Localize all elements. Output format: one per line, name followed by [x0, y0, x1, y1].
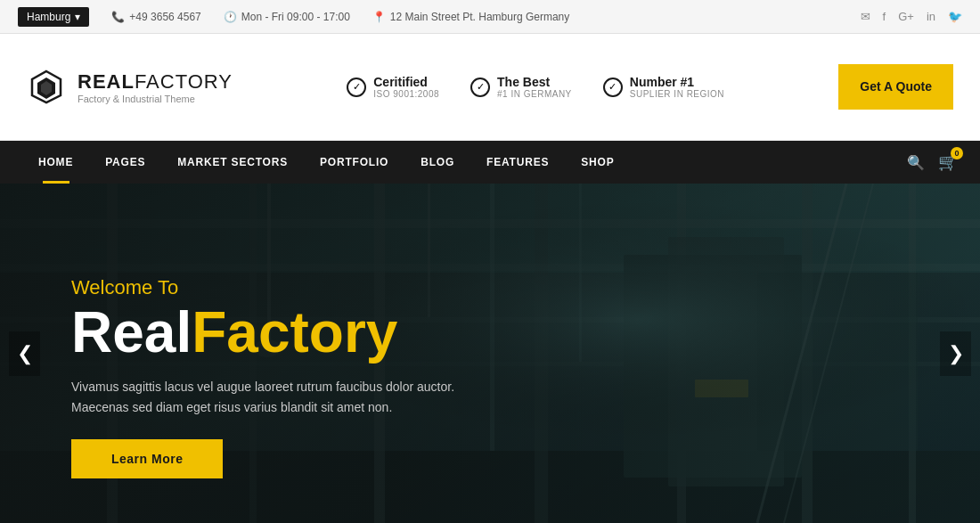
feature-certified: ✓ Ceritified ISO 9001:2008	[347, 75, 439, 99]
twitter-icon[interactable]: 🐦	[948, 10, 962, 23]
business-hours: Mon - Fri 09:00 - 17:00	[241, 11, 350, 23]
get-quote-button[interactable]: Get A Quote	[838, 64, 953, 109]
hero-title: RealFactory	[71, 304, 454, 361]
carousel-next-button[interactable]: ❯	[940, 331, 971, 376]
header: REALFACTORY Factory & Industrial Theme ✓…	[0, 34, 980, 141]
hero-welcome-text: Welcome To	[71, 276, 454, 299]
location-icon: 📍	[372, 11, 386, 23]
hero-content: Welcome To RealFactory Vivamus sagittis …	[71, 276, 454, 478]
nav-item-portfolio[interactable]: PORTFOLIO	[304, 141, 404, 184]
nav-item-market-sectors[interactable]: MARKET SECTORS	[161, 141, 304, 184]
best-sub: #1 IN GERMANY	[497, 89, 572, 99]
clock-icon: 🕐	[224, 11, 237, 23]
top-bar: Hamburg ▾ 📞 +49 3656 4567 🕐 Mon - Fri 09…	[0, 0, 980, 34]
next-arrow-icon: ❯	[948, 342, 964, 365]
header-features: ✓ Ceritified ISO 9001:2008 ✓ The Best #1…	[233, 75, 838, 99]
feature-number1: ✓ Number #1 SUPLIER IN REGION	[603, 75, 724, 99]
nav-item-features[interactable]: FEATURES	[470, 141, 565, 184]
top-bar-social: ✉ f G+ in 🐦	[861, 10, 962, 23]
number1-text: Number #1 SUPLIER IN REGION	[630, 75, 724, 99]
cart-icon-wrap[interactable]: 🛒 0	[938, 152, 958, 172]
phone-number: +49 3656 4567	[129, 11, 200, 23]
google-plus-icon[interactable]: G+	[898, 10, 914, 23]
facebook-icon[interactable]: f	[883, 10, 886, 23]
linkedin-icon[interactable]: in	[927, 10, 935, 23]
hero-desc-line2: Maecenas sed diam eget risus varius blan…	[71, 400, 392, 414]
navbar: HOME PAGES MARKET SECTORS PORTFOLIO BLOG…	[0, 141, 980, 184]
prev-arrow-icon: ❮	[17, 342, 33, 365]
nav-item-pages[interactable]: PAGES	[89, 141, 161, 184]
logo-tagline: Factory & Industrial Theme	[78, 94, 233, 104]
nav-right: 🔍 🛒 0	[907, 152, 958, 172]
nav-item-home[interactable]: HOME	[22, 141, 89, 184]
hero-title-white: Real	[71, 300, 192, 364]
feature-best: ✓ The Best #1 IN GERMANY	[470, 75, 572, 99]
phone-item: 📞 +49 3656 4567	[111, 11, 200, 23]
hero-section: ❮ ❯ Welcome To RealFactory Vivamus sagit…	[0, 184, 980, 523]
logo-name: REALFACTORY	[78, 70, 233, 94]
nav-item-shop[interactable]: SHOP	[565, 141, 630, 184]
nav-item-blog[interactable]: BLOG	[404, 141, 470, 184]
best-title: The Best	[497, 75, 572, 89]
logo-icon	[27, 67, 67, 107]
address-text: 12 Main Street Pt. Hamburg Germany	[390, 11, 569, 23]
certified-text: Ceritified ISO 9001:2008	[373, 75, 439, 99]
certified-check-icon: ✓	[347, 78, 366, 97]
certified-sub: ISO 9001:2008	[373, 89, 439, 99]
number1-check-icon: ✓	[603, 78, 623, 97]
best-text: The Best #1 IN GERMANY	[497, 75, 572, 99]
chevron-down-icon: ▾	[75, 11, 80, 23]
hours-item: 🕐 Mon - Fri 09:00 - 17:00	[224, 11, 350, 23]
carousel-prev-button[interactable]: ❮	[9, 331, 40, 376]
number1-sub: SUPLIER IN REGION	[630, 89, 724, 99]
email-icon[interactable]: ✉	[861, 10, 870, 23]
logo-text: REALFACTORY Factory & Industrial Theme	[78, 70, 233, 104]
number1-title: Number #1	[630, 75, 724, 89]
hero-desc-line1: Vivamus sagittis lacus vel augue laoreet…	[71, 380, 454, 394]
hero-description: Vivamus sagittis lacus vel augue laoreet…	[71, 377, 454, 417]
logo-light: FACTORY	[135, 70, 233, 93]
phone-icon: 📞	[111, 11, 125, 23]
certified-title: Ceritified	[373, 75, 439, 89]
logo-area[interactable]: REALFACTORY Factory & Industrial Theme	[27, 67, 233, 107]
city-selector[interactable]: Hamburg ▾	[18, 7, 89, 27]
top-bar-left: Hamburg ▾ 📞 +49 3656 4567 🕐 Mon - Fri 09…	[18, 7, 834, 27]
best-check-icon: ✓	[470, 78, 490, 97]
cart-badge: 0	[951, 147, 963, 159]
nav-links: HOME PAGES MARKET SECTORS PORTFOLIO BLOG…	[22, 141, 907, 184]
city-label: Hamburg	[27, 11, 70, 23]
hero-title-yellow: Factory	[192, 300, 397, 364]
address-item: 📍 12 Main Street Pt. Hamburg Germany	[372, 11, 569, 23]
learn-more-button[interactable]: Learn More	[71, 439, 223, 478]
logo-bold: REAL	[78, 70, 135, 93]
search-icon[interactable]: 🔍	[907, 154, 925, 171]
